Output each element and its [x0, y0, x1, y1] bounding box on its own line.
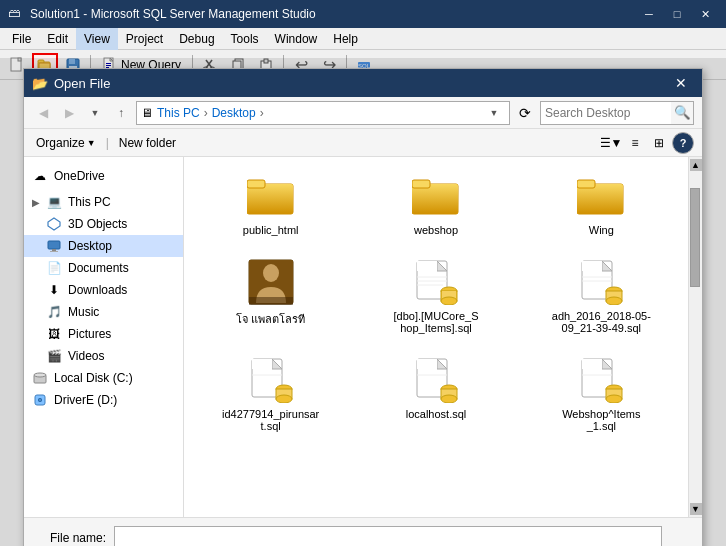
breadcrumb-icon: 🖥 — [141, 106, 153, 120]
breadcrumb-this-pc[interactable]: This PC — [157, 106, 200, 120]
file-name-public-html: public_html — [243, 224, 299, 236]
view-btn-menu[interactable]: ☰▼ — [600, 132, 622, 154]
local-disk-c-icon — [32, 370, 48, 386]
onedrive-icon: ☁ — [32, 168, 48, 184]
nav-bar: ◀ ▶ ▼ ↑ 🖥 This PC › Desktop › ▼ ⟳ 🔍 — [24, 97, 702, 129]
help-button[interactable]: ? — [672, 132, 694, 154]
file-name-sql1: [dbo].[MUCore_S​hop_Items].sql — [386, 310, 486, 334]
title-bar: 🗃 Solution1 - Microsoft SQL Server Manag… — [0, 0, 726, 28]
pictures-icon: 🖼 — [46, 326, 62, 342]
filename-input[interactable] — [114, 526, 662, 546]
minimize-button[interactable]: ─ — [636, 5, 662, 23]
svg-rect-80 — [582, 359, 602, 369]
nav-item-this-pc[interactable]: ▶ 💻 This PC — [24, 191, 183, 213]
organize-dropdown-icon: ▼ — [87, 138, 96, 148]
menu-debug[interactable]: Debug — [171, 28, 222, 50]
file-panel: public_html — [184, 157, 688, 517]
nav-item-onedrive[interactable]: ☁ OneDrive — [24, 165, 183, 187]
search-box: 🔍 — [540, 101, 694, 125]
file-item-sql4[interactable]: localhost.sql — [357, 349, 514, 439]
svg-point-77 — [441, 395, 457, 403]
file-panel-outer: public_html — [184, 157, 702, 517]
file-item-sql3[interactable]: id4277914_pirunsart.sql — [192, 349, 349, 439]
menu-window[interactable]: Window — [267, 28, 326, 50]
folder-icon-wing — [577, 172, 625, 220]
nav-item-downloads[interactable]: ⬇ Downloads — [24, 279, 183, 301]
file-item-wing[interactable]: Wing — [523, 165, 680, 243]
music-icon: 🎵 — [46, 304, 62, 320]
filename-row: File name: — [36, 526, 690, 546]
search-input[interactable] — [541, 102, 671, 124]
organize-label: Organize — [36, 136, 85, 150]
file-name-sql4: localhost.sql — [406, 408, 467, 420]
documents-icon: 📄 — [46, 260, 62, 276]
nav-item-videos[interactable]: 🎬 Videos — [24, 345, 183, 367]
nav-back-button[interactable]: ◀ — [32, 102, 54, 124]
menu-tools[interactable]: Tools — [223, 28, 267, 50]
file-item-image[interactable]: โจ แพลตโลรที — [192, 251, 349, 341]
svg-point-70 — [276, 395, 292, 403]
nav-item-music[interactable]: 🎵 Music — [24, 301, 183, 323]
nav-item-pictures[interactable]: 🖼 Pictures — [24, 323, 183, 345]
file-item-sql1[interactable]: [dbo].[MUCore_S​hop_Items].sql — [357, 251, 514, 341]
svg-marker-24 — [48, 218, 60, 230]
downloads-icon: ⬇ — [46, 282, 62, 298]
menu-project[interactable]: Project — [118, 28, 171, 50]
dialog-content: ☁ OneDrive ▶ 💻 This PC 3D Objects — [24, 157, 702, 517]
svg-rect-25 — [48, 241, 60, 249]
view-controls: ☰▼ ≡ ⊞ ? — [600, 132, 694, 154]
svg-rect-73 — [417, 359, 437, 369]
dialog-title: Open File — [54, 76, 668, 91]
nav-item-documents[interactable]: 📄 Documents — [24, 257, 183, 279]
menu-edit[interactable]: Edit — [39, 28, 76, 50]
file-item-webshop[interactable]: webshop — [357, 165, 514, 243]
file-name-webshop: webshop — [414, 224, 458, 236]
nav-item-desktop[interactable]: Desktop — [24, 235, 183, 257]
this-pc-icon: 💻 — [46, 194, 62, 210]
drivere-d-icon — [32, 392, 48, 408]
svg-point-55 — [441, 297, 457, 305]
maximize-button[interactable]: □ — [664, 5, 690, 23]
breadcrumb-dropdown-button[interactable]: ▼ — [483, 102, 505, 124]
view-btn-icons[interactable]: ⊞ — [648, 132, 670, 154]
dialog-close-button[interactable]: ✕ — [668, 72, 694, 94]
menu-help[interactable]: Help — [325, 28, 366, 50]
sql-icon-4 — [412, 356, 460, 404]
svg-rect-58 — [582, 261, 602, 271]
svg-rect-45 — [249, 297, 293, 305]
toolbar-separator: | — [106, 136, 109, 150]
nav-refresh-button[interactable]: ⟳ — [514, 102, 536, 124]
breadcrumb-path: 🖥 This PC › Desktop › — [141, 106, 483, 120]
nav-forward-button[interactable]: ▶ — [58, 102, 80, 124]
close-button[interactable]: ✕ — [692, 5, 718, 23]
nav-item-drivere-d[interactable]: DriverE (D:) — [24, 389, 183, 411]
image-icon — [247, 258, 295, 306]
file-item-sql5[interactable]: Webshop^Items​_1.sql — [523, 349, 680, 439]
dialog-bottom: File name: SQL Server files (*.sql) All … — [24, 517, 702, 546]
organize-button[interactable]: Organize ▼ — [32, 134, 100, 152]
file-panel-scrollbar[interactable]: ▲ ▼ — [688, 157, 702, 517]
folder-icon-webshop — [412, 172, 460, 220]
menu-view[interactable]: View — [76, 28, 118, 50]
sql-icon-1 — [412, 258, 460, 306]
dialog-icon: 📂 — [32, 76, 48, 91]
new-folder-button[interactable]: New folder — [115, 134, 180, 152]
search-button[interactable]: 🔍 — [671, 102, 693, 124]
file-name-sql2: adh_2016_2018-05-09_21-39-49.sql — [551, 310, 651, 334]
file-item-sql2[interactable]: adh_2016_2018-05-09_21-39-49.sql — [523, 251, 680, 341]
svg-rect-48 — [417, 261, 437, 271]
nav-item-3d-objects[interactable]: 3D Objects — [24, 213, 183, 235]
folder-icon-public-html — [247, 172, 295, 220]
file-item-public-html[interactable]: public_html — [192, 165, 349, 243]
nav-dropdown-button[interactable]: ▼ — [84, 102, 106, 124]
svg-rect-38 — [412, 180, 430, 188]
breadcrumb-desktop[interactable]: Desktop — [212, 106, 256, 120]
view-btn-details[interactable]: ≡ — [624, 132, 646, 154]
nav-up-button[interactable]: ↑ — [110, 102, 132, 124]
svg-rect-41 — [577, 180, 595, 188]
file-grid: public_html — [192, 165, 680, 439]
menu-file[interactable]: File — [4, 28, 39, 50]
svg-rect-27 — [50, 251, 58, 252]
file-name-wing: Wing — [589, 224, 614, 236]
nav-item-local-disk-c[interactable]: Local Disk (C:) — [24, 367, 183, 389]
